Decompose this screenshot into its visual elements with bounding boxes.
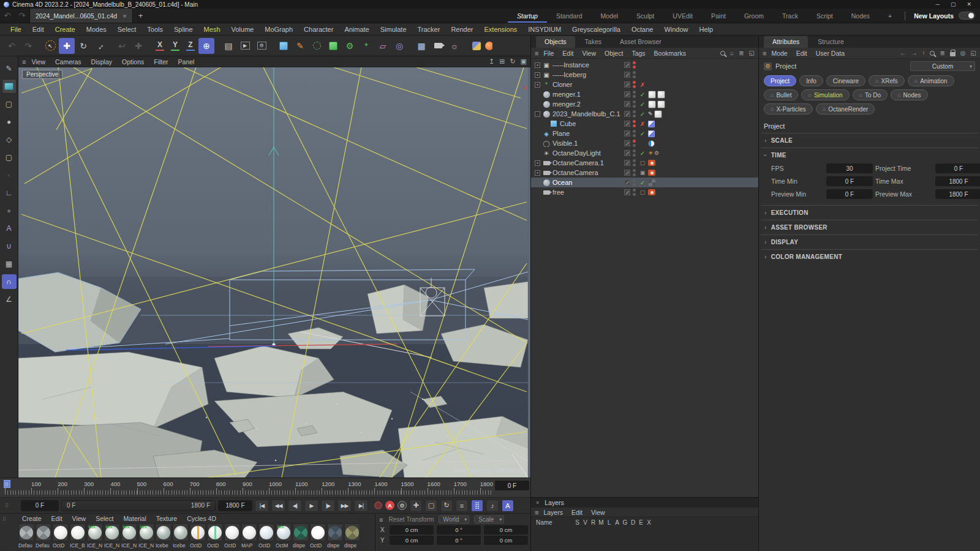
menu-mograph[interactable]: MoGraph xyxy=(259,26,298,33)
menu-mesh[interactable]: Mesh xyxy=(198,26,226,33)
material-thumb-ice-n[interactable]: MIX xyxy=(104,523,120,541)
layout-tab-sculpt[interactable]: Sculpt xyxy=(627,9,663,23)
goto-end-button[interactable]: ▶| xyxy=(354,500,368,512)
visibility-dots[interactable] xyxy=(633,159,636,167)
refresh-view-icon[interactable]: ↻ xyxy=(510,58,515,66)
record-active-objects-button[interactable] xyxy=(374,501,382,509)
menu-edit[interactable]: Edit xyxy=(27,26,50,33)
record-rotation-button[interactable]: ↻ xyxy=(440,500,453,512)
field-value-fps[interactable]: 30 xyxy=(826,163,873,173)
redo-icon[interactable]: ↷ xyxy=(15,11,29,20)
layers-menu-edit[interactable]: Edit xyxy=(567,509,587,516)
chip-project[interactable]: Project xyxy=(764,75,796,86)
coord-field[interactable]: 0 cm xyxy=(390,525,434,534)
python-icon[interactable] xyxy=(469,38,484,54)
edit-toggle-icon[interactable] xyxy=(624,62,630,68)
visibility-dot-gray[interactable] xyxy=(633,179,636,182)
visibility-dots[interactable] xyxy=(633,169,636,176)
add-array-icon[interactable]: ▦ xyxy=(413,38,429,54)
coord-field[interactable]: 0 cm xyxy=(390,536,434,545)
filter-icon[interactable]: ≣ xyxy=(739,50,744,56)
mat-dark-tag[interactable] xyxy=(648,179,656,187)
add-generator-icon[interactable]: ⚙ xyxy=(342,38,358,54)
object-row-cube[interactable]: +Cube✗ xyxy=(531,119,758,129)
play-sound-button[interactable]: ♪ xyxy=(486,500,499,512)
material-thumb-ice-n[interactable]: MIX xyxy=(121,523,137,541)
close-tab-icon[interactable]: × xyxy=(123,12,126,20)
attributes-menu-mode[interactable]: Mode xyxy=(767,50,791,57)
move-icon[interactable]: ✚ xyxy=(59,38,75,54)
world-dropdown[interactable]: World xyxy=(439,515,469,523)
chip-info[interactable]: Info xyxy=(799,75,823,86)
add-light-icon[interactable]: ☼ xyxy=(447,38,462,54)
timeline-ruler[interactable]: 0 F 010020030040050060070080090010001100… xyxy=(0,478,530,497)
model-mode-icon[interactable] xyxy=(2,79,17,94)
object-row-ocean[interactable]: +Ocean✓ xyxy=(531,178,758,187)
objects-menu-edit[interactable]: Edit xyxy=(558,50,578,57)
viewport-label[interactable]: Perspective xyxy=(22,70,62,79)
add-field-icon[interactable]: ◎ xyxy=(391,38,407,54)
coordinates-hamburger-icon[interactable]: ≡ xyxy=(379,516,382,523)
expander-icon[interactable]: + xyxy=(535,160,540,166)
record-pla-button[interactable]: ⣿ xyxy=(471,500,483,512)
viewport-canvas[interactable]: Perspective Grid Spacing : 10000 cm ✕ xyxy=(18,67,530,478)
frame-range-slider[interactable]: 0 F1800 F xyxy=(61,500,216,511)
mat-light-tag[interactable] xyxy=(657,91,665,99)
field-value-time-min[interactable]: 0 F xyxy=(826,176,873,186)
render-settings-icon[interactable]: ⚙ xyxy=(254,38,270,54)
octane-cam-tag[interactable] xyxy=(648,160,655,166)
edit-toggle-icon[interactable] xyxy=(624,170,630,176)
visibility-dots[interactable] xyxy=(633,91,636,98)
current-frame-box[interactable]: 0 F xyxy=(21,500,59,511)
chip-xrefs[interactable]: ⌂XRefs xyxy=(869,75,905,86)
add-cube-icon[interactable] xyxy=(276,38,292,54)
viewport-menu-view[interactable]: View xyxy=(26,58,50,66)
tab-attributes[interactable]: Attributes xyxy=(764,36,808,48)
objects-menu-object[interactable]: Object xyxy=(600,50,627,57)
edit-toggle-icon[interactable] xyxy=(624,111,630,117)
tab-structure[interactable]: Structure xyxy=(809,36,853,48)
section-asset-browser[interactable]: ›ASSET BROWSER xyxy=(761,220,978,234)
object-row-visible-1[interactable]: +◯Visible.1 xyxy=(531,138,758,148)
object-row-octanedaylight[interactable]: +☀OctaneDayLight✓☀⚙ xyxy=(531,148,758,158)
viewport-solo-icon[interactable]: ● xyxy=(2,203,17,218)
menu-extensions[interactable]: Extensions xyxy=(478,26,522,33)
object-row-menger-2[interactable]: +menger.2✓ xyxy=(531,99,758,109)
preset-dropdown[interactable]: Custom xyxy=(910,61,975,71)
chip-octanerender[interactable]: ⌂OctaneRender xyxy=(816,103,875,114)
menu-animate[interactable]: Animate xyxy=(339,26,374,33)
chip-cineware[interactable]: Cineware xyxy=(826,75,865,86)
expander-icon[interactable]: + xyxy=(535,82,540,88)
visibility-dots[interactable] xyxy=(633,179,636,186)
polygons-mode-icon[interactable]: ▢ xyxy=(2,150,17,165)
material-thumb-octm[interactable]: MIX xyxy=(276,523,292,541)
visibility-dot-gray[interactable] xyxy=(633,110,636,113)
state-check-icon[interactable]: ✓ xyxy=(638,91,647,98)
coord-field[interactable]: 0 ° xyxy=(437,525,481,534)
material-thumb-dispe[interactable] xyxy=(293,523,309,541)
material-thumb-ice-n[interactable]: MIX xyxy=(87,523,103,541)
lift-view-icon[interactable]: ↥ xyxy=(489,58,494,66)
object-row-cloner[interactable]: +*Cloner✗ xyxy=(531,80,758,89)
lock-icon[interactable] xyxy=(950,52,956,56)
reset-transform-button[interactable]: Reset Transform xyxy=(388,516,434,523)
render-picture-viewer-icon[interactable]: ▶ xyxy=(237,38,253,54)
sun-tag[interactable]: ☀ xyxy=(648,150,653,156)
chip-x-particles[interactable]: ⌂X-Particles xyxy=(764,103,813,114)
home-icon[interactable]: ⌂ xyxy=(730,50,734,56)
close-button[interactable]: ✕ xyxy=(967,1,971,7)
tab-takes[interactable]: Takes xyxy=(576,36,610,48)
octane-cam-tag[interactable] xyxy=(648,170,655,176)
visibility-dot-gray[interactable] xyxy=(633,91,636,94)
visibility-dot-red[interactable] xyxy=(633,124,636,127)
prev-key-button[interactable]: ◀◀ xyxy=(271,500,285,512)
layout-tab-track[interactable]: Track xyxy=(773,9,807,23)
field-value-preview-max[interactable]: 1800 F xyxy=(935,189,980,199)
material-thumb-octd[interactable] xyxy=(53,523,69,541)
points-mode-icon[interactable]: ● xyxy=(2,114,17,129)
visibility-dot-gray[interactable] xyxy=(633,134,636,137)
grid-toggle-icon[interactable]: ▦ xyxy=(2,257,17,271)
edit-toggle-icon[interactable] xyxy=(624,101,630,107)
end-frame-box[interactable]: 1800 F xyxy=(218,500,252,511)
material-thumb-map[interactable] xyxy=(241,523,257,541)
